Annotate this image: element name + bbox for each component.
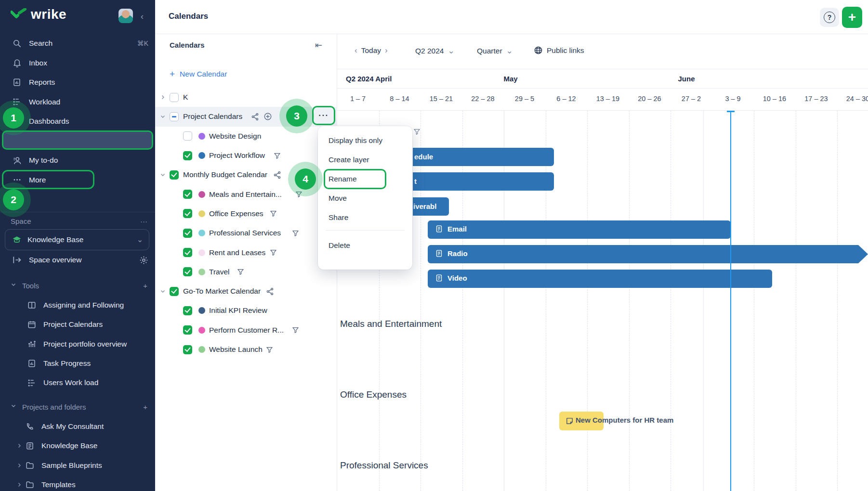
sidebar-item-knowledge-base[interactable]: Knowledge Base	[0, 436, 155, 455]
week-label: 24 – 30	[837, 95, 868, 103]
sidebar-item-templates[interactable]: Templates	[0, 475, 155, 491]
zoom-dropdown[interactable]: Quarter ⌄	[477, 46, 513, 56]
item-label: Templates	[41, 480, 76, 489]
week-label: 29 – 5	[504, 95, 545, 103]
week-label: 10 – 16	[754, 95, 795, 103]
task-icon	[435, 225, 443, 233]
zoom-value: Quarter	[477, 47, 502, 55]
space-more-icon[interactable]: ···	[140, 217, 147, 225]
sidebar-item-reports[interactable]: Reports	[0, 73, 155, 92]
wrike-logo-icon	[11, 8, 27, 21]
next-icon[interactable]: ›	[385, 46, 388, 55]
sidebar-item-users-work-load[interactable]: Users Work load	[0, 373, 155, 392]
sidebar-item-ask-my-consultant[interactable]: Ask My Consultant	[0, 417, 155, 436]
projects-section-header[interactable]: Projects and folders +	[0, 400, 155, 414]
sidebar-item-my-to-do[interactable]: My to-do	[0, 151, 155, 170]
sidebar-collapse-icon[interactable]: ‹	[141, 12, 144, 22]
week-gridline	[629, 111, 630, 491]
sidebar-item-project-portfolio-overview[interactable]: Project portfolio overview	[0, 335, 155, 354]
sidebar-item-space-overview[interactable]: Space overview	[0, 250, 155, 270]
context-menu: Display this onlyCreate layerRenameMoveS…	[318, 126, 412, 270]
gantt-bar-clipped-label: t	[414, 177, 417, 185]
sidebar-item-assigning-and-following[interactable]: Assigning and Following	[0, 296, 155, 315]
section-label: Meals and Entertainment	[340, 319, 442, 329]
sidebar-item-more[interactable]: More	[0, 170, 155, 190]
space-selector-label: Knowledge Base	[27, 235, 83, 244]
page-title: Calendars	[169, 12, 208, 21]
dots-icon	[12, 175, 22, 185]
menu-item-rename[interactable]: Rename	[329, 175, 357, 183]
help-button[interactable]: ?	[820, 8, 839, 27]
chevron-right-icon[interactable]	[16, 482, 23, 488]
menu-item-share[interactable]: Share	[329, 213, 348, 222]
menu-item-move[interactable]: Move	[329, 194, 347, 203]
folder-icon	[25, 480, 35, 490]
item-label: Users Work load	[43, 378, 98, 387]
gantt-bar-video[interactable]: Video	[428, 270, 772, 288]
barchart-icon	[27, 339, 37, 349]
today-line-cap[interactable]	[727, 111, 735, 112]
gear-icon[interactable]	[139, 256, 148, 265]
gantt-bar-radio[interactable]: Radio	[428, 245, 868, 263]
wrike-logo[interactable]: wrike	[11, 7, 66, 22]
avatar[interactable]	[118, 9, 133, 23]
week-gridline	[421, 111, 421, 491]
add-project-icon[interactable]: +	[143, 403, 147, 411]
gantt-bar-clipped-label: iverabl	[413, 202, 436, 210]
week-label: 13 – 19	[587, 95, 629, 103]
task-chip-label: New Computers for HR team	[576, 416, 673, 424]
week-gridline	[754, 111, 754, 491]
week-label: 1 – 7	[337, 95, 379, 103]
report-icon	[27, 359, 37, 368]
sidebar-item-project-calendars[interactable]: Project Calendars	[0, 315, 155, 334]
task-chip-new-computers[interactable]: New Computers for HR team	[559, 412, 604, 430]
month-header-row: Q2 2024 AprilMayJune	[337, 69, 868, 89]
space-overview-icon	[12, 255, 22, 265]
today-control: ‹ Today ›	[355, 46, 388, 55]
sidebar-item-inbox[interactable]: Inbox	[0, 53, 155, 73]
chevron-right-icon[interactable]	[16, 463, 23, 468]
sidebar-item-sample-blueprints[interactable]: Sample Blueprints	[0, 456, 155, 475]
public-links-button[interactable]: Public links	[534, 46, 584, 55]
date-range-dropdown[interactable]: Q2 2024 ⌄	[415, 46, 455, 56]
sidebar-item-label: My to-do	[29, 156, 58, 165]
graduation-cap-icon	[12, 235, 22, 245]
month-gridline	[504, 111, 504, 491]
space-header-label: Space	[11, 217, 31, 225]
week-label: 20 – 26	[629, 95, 671, 103]
menu-item-create-layer[interactable]: Create layer	[329, 155, 369, 164]
item-label: Project Calendars	[43, 320, 103, 329]
item-label: Assigning and Following	[43, 301, 124, 310]
today-button[interactable]: Today	[361, 46, 381, 55]
gantt-bar-label: Email	[447, 225, 467, 233]
chevron-down-icon: ⌄	[447, 46, 454, 56]
public-links-label: Public links	[547, 46, 584, 55]
timeline-toolbar: ‹ Today › Q2 2024 ⌄ Quarter ⌄ Public lin…	[337, 34, 868, 69]
calendar-more-button[interactable]: ···	[312, 106, 335, 125]
week-label: 8 – 14	[379, 95, 421, 103]
today-line	[730, 111, 731, 491]
prev-icon[interactable]: ‹	[355, 46, 357, 55]
sidebar-item-workload[interactable]: Workload	[0, 92, 155, 112]
gantt-bar-email[interactable]: Email	[428, 220, 731, 239]
week-label: 17 – 23	[796, 95, 837, 103]
menu-item-delete[interactable]: Delete	[329, 241, 350, 250]
chevron-right-icon[interactable]	[16, 443, 23, 449]
sidebar-item-search[interactable]: Search⌘K	[0, 34, 155, 53]
sidebar-item-task-progress[interactable]: Task Progress	[0, 354, 155, 373]
gantt-bar-label: Video	[447, 274, 467, 282]
add-tool-icon[interactable]: +	[143, 282, 147, 290]
gantt-bar-clipped-label: edule	[414, 153, 433, 161]
workload-icon	[12, 97, 22, 107]
workload-icon	[27, 378, 37, 388]
sidebar: wrike ‹ Search⌘K Inbox Reports Workload …	[0, 0, 155, 491]
calendars-highlight-outline	[2, 130, 153, 150]
tools-section-header[interactable]: Tools +	[0, 278, 155, 293]
shortcut-label: ⌘K	[137, 39, 148, 47]
menu-item-display-this-only[interactable]: Display this only	[329, 136, 382, 145]
gantt-canvas[interactable]: eduletiverablEmailRadioVideoMeals and En…	[337, 111, 868, 491]
clipped-filter-icon	[413, 128, 421, 135]
add-button[interactable]: +	[842, 7, 862, 28]
space-selector[interactable]: Knowledge Base ⌄	[5, 229, 149, 250]
report-icon	[12, 77, 22, 88]
